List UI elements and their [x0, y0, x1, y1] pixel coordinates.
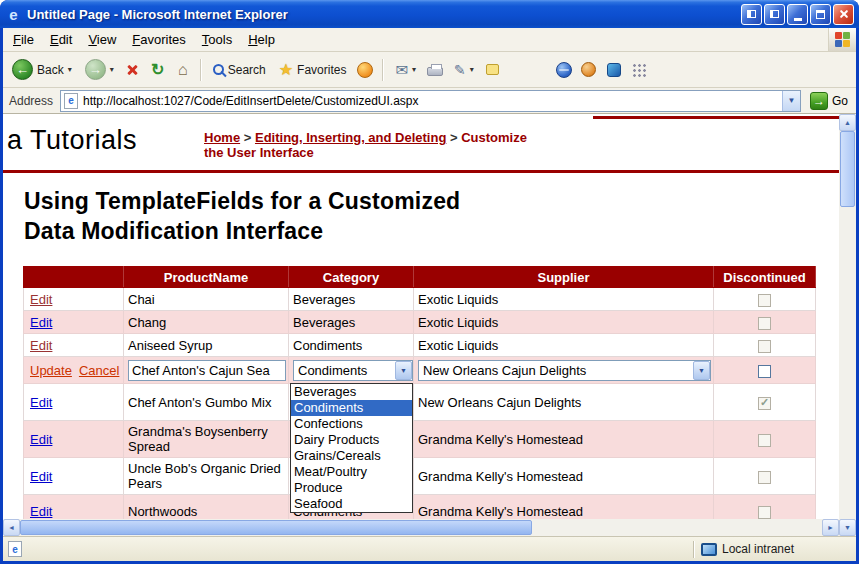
scroll-down-button[interactable]: ▼: [839, 519, 856, 536]
dropdown-option[interactable]: Produce: [291, 480, 412, 496]
breadcrumb-home-link[interactable]: Home: [204, 130, 240, 145]
toolbar-separator: [200, 59, 202, 81]
close-icon: [839, 9, 849, 19]
address-bar: Address e http://localhost:1027/Code/Edi…: [3, 88, 856, 114]
forward-icon: →: [85, 59, 106, 80]
print-button[interactable]: [424, 59, 446, 81]
products-table: ProductName Category Supplier Discontinu…: [23, 266, 816, 519]
discontinued-checkbox: [758, 471, 771, 484]
scroll-right-button[interactable]: ►: [822, 519, 839, 536]
category-select-value: Condiments: [294, 363, 395, 378]
supplier-select-arrow-icon[interactable]: ▼: [693, 361, 710, 380]
addon-button-1[interactable]: [553, 59, 575, 81]
mail-button[interactable]: ✉ ▾: [390, 59, 421, 81]
edit-link[interactable]: Edit: [30, 432, 52, 447]
edit-chevron-icon: ▾: [470, 65, 474, 74]
scroll-left-button[interactable]: ◄: [3, 519, 20, 536]
site-header-partial: a Tutorials: [7, 125, 137, 156]
category-select-arrow-icon[interactable]: ▼: [395, 361, 412, 380]
cell-product-name: Uncle Bob's Organic Dried Pears: [124, 458, 289, 495]
favorites-button[interactable]: ★ Favorites: [274, 58, 352, 81]
menu-view[interactable]: View: [80, 29, 124, 50]
menu-tools[interactable]: Tools: [194, 29, 240, 50]
cell-product-name: Chang: [124, 311, 289, 334]
edit-link[interactable]: Edit: [30, 504, 52, 519]
windows-logo-icon: [828, 28, 856, 51]
header-supplier: Supplier: [414, 267, 714, 288]
header-category: Category: [289, 267, 414, 288]
go-label: Go: [832, 94, 848, 108]
check-icon: ✓: [760, 396, 769, 409]
edit-link[interactable]: Edit: [30, 292, 52, 307]
back-chevron-icon: ▾: [68, 65, 72, 74]
scroll-up-button[interactable]: ▲: [839, 114, 856, 131]
cell-supplier: Exotic Liquids: [414, 334, 714, 357]
dropdown-option-selected[interactable]: Condiments: [291, 400, 412, 416]
edit-button[interactable]: ✎ ▾: [449, 60, 479, 80]
go-button[interactable]: → Go: [806, 92, 852, 110]
search-button[interactable]: Search: [208, 61, 271, 79]
home-button[interactable]: ⌂: [172, 59, 194, 81]
addon-button-3[interactable]: [603, 59, 625, 81]
back-button[interactable]: ← Back ▾: [7, 57, 77, 82]
table-row: Edit Chef Anton's Gumbo Mix New Orleans …: [24, 384, 816, 421]
refresh-button[interactable]: ↻: [147, 59, 169, 81]
table-header-row: ProductName Category Supplier Discontinu…: [24, 267, 816, 288]
edit-link[interactable]: Edit: [30, 469, 52, 484]
window-extra-button-1[interactable]: [741, 4, 762, 25]
stop-icon: [127, 64, 138, 75]
vertical-scroll-thumb[interactable]: [840, 131, 855, 207]
horizontal-scroll-thumb[interactable]: [20, 520, 532, 535]
category-select[interactable]: Condiments ▼: [293, 360, 413, 381]
addon-button-2[interactable]: [578, 59, 600, 81]
menu-file[interactable]: File: [5, 29, 42, 50]
horizontal-scrollbar[interactable]: ◄ ►: [3, 519, 839, 536]
cancel-link[interactable]: Cancel: [79, 363, 119, 378]
address-url[interactable]: http://localhost:1027/Code/EditInsertDel…: [83, 94, 777, 108]
header-discontinued: Discontinued: [714, 267, 816, 288]
dropdown-option[interactable]: Grains/Cereals: [291, 448, 412, 464]
menu-help[interactable]: Help: [240, 29, 283, 50]
dropdown-option[interactable]: Meat/Poultry: [291, 464, 412, 480]
product-name-input[interactable]: [128, 360, 286, 381]
minimize-button[interactable]: [787, 4, 808, 25]
table-row: Edit Chai Beverages Exotic Liquids: [24, 288, 816, 311]
menu-favorites[interactable]: Favorites: [124, 29, 193, 50]
close-button[interactable]: [833, 4, 854, 25]
breadcrumb: Home > Editing, Inserting, and Deleting …: [204, 130, 634, 160]
forward-chevron-icon: ▾: [110, 65, 114, 74]
addon-button-4[interactable]: [628, 59, 650, 81]
stop-button[interactable]: [122, 59, 144, 81]
go-arrow-icon: →: [810, 92, 828, 110]
edit-link[interactable]: Edit: [30, 395, 52, 410]
discuss-button[interactable]: [482, 59, 504, 81]
messenger-icon: [607, 63, 621, 77]
dropdown-option[interactable]: Seafood: [291, 496, 412, 512]
cell-category: Beverages: [289, 288, 414, 311]
update-link[interactable]: Update: [30, 363, 72, 378]
maximize-button[interactable]: [810, 4, 831, 25]
edit-link[interactable]: Edit: [30, 315, 52, 330]
forward-button[interactable]: → ▾: [80, 57, 119, 82]
supplier-select[interactable]: New Orleans Cajun Delights ▼: [418, 360, 711, 381]
dropdown-option[interactable]: Dairy Products: [291, 432, 412, 448]
window-extra-button-2[interactable]: [764, 4, 785, 25]
discontinued-checkbox: [758, 506, 771, 519]
browser-window: e Untitled Page - Microsoft Internet Exp…: [0, 0, 859, 564]
discontinued-checkbox-checked: ✓: [758, 397, 771, 410]
content-area: a Tutorials Home > Editing, Inserting, a…: [3, 114, 856, 536]
menu-edit[interactable]: Edit: [42, 29, 80, 50]
vertical-scrollbar[interactable]: ▲ ▼: [839, 114, 856, 536]
address-dropdown-button[interactable]: ▼: [782, 91, 800, 111]
discontinued-checkbox[interactable]: [758, 365, 771, 378]
media-button[interactable]: [354, 59, 376, 81]
dropdown-option[interactable]: Confections: [291, 416, 412, 432]
address-input[interactable]: e http://localhost:1027/Code/EditInsertD…: [60, 90, 801, 112]
breadcrumb-section-link[interactable]: Editing, Inserting, and Deleting: [255, 130, 446, 145]
cell-product-name: Chef Anton's Gumbo Mix: [124, 384, 289, 421]
cell-supplier: Grandma Kelly's Homestead: [414, 458, 714, 495]
table-row: Edit Aniseed Syrup Condiments Exotic Liq…: [24, 334, 816, 357]
dropdown-option[interactable]: Beverages: [291, 384, 412, 400]
table-row: Edit Chang Beverages Exotic Liquids: [24, 311, 816, 334]
edit-link[interactable]: Edit: [30, 338, 52, 353]
